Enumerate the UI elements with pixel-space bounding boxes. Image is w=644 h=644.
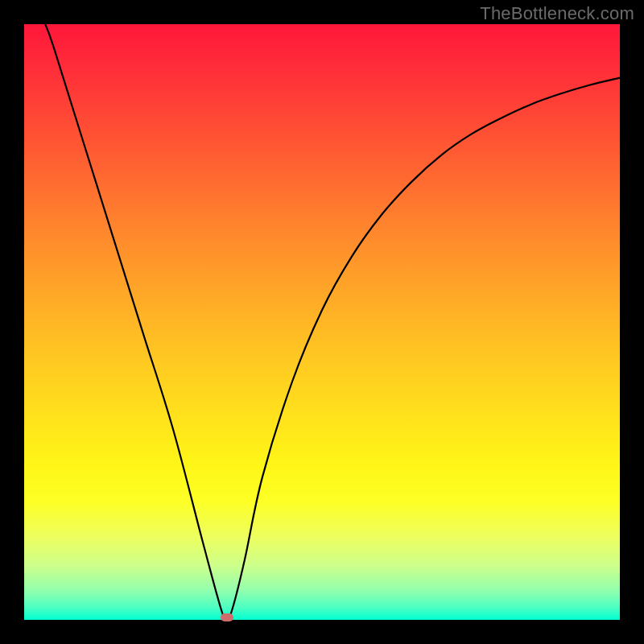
watermark-text: TheBottleneck.com xyxy=(480,3,634,24)
curve-svg xyxy=(24,24,620,620)
plot-area xyxy=(24,24,620,620)
minimum-marker xyxy=(221,613,233,621)
chart-frame: TheBottleneck.com xyxy=(0,0,644,644)
bottleneck-curve xyxy=(24,24,620,620)
